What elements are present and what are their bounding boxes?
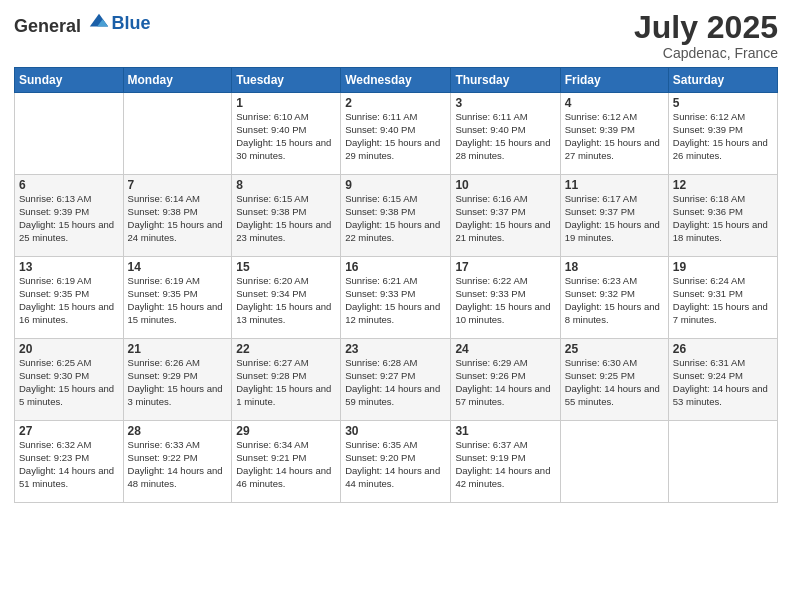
calendar-cell: 26Sunrise: 6:31 AMSunset: 9:24 PMDayligh… — [668, 339, 777, 421]
calendar-cell — [668, 421, 777, 503]
day-number: 15 — [236, 260, 336, 274]
calendar-cell: 21Sunrise: 6:26 AMSunset: 9:29 PMDayligh… — [123, 339, 232, 421]
day-info: Sunrise: 6:17 AMSunset: 9:37 PMDaylight:… — [565, 193, 664, 244]
day-info: Sunrise: 6:10 AMSunset: 9:40 PMDaylight:… — [236, 111, 336, 162]
day-number: 2 — [345, 96, 446, 110]
calendar-cell: 23Sunrise: 6:28 AMSunset: 9:27 PMDayligh… — [341, 339, 451, 421]
calendar-cell: 15Sunrise: 6:20 AMSunset: 9:34 PMDayligh… — [232, 257, 341, 339]
day-info: Sunrise: 6:33 AMSunset: 9:22 PMDaylight:… — [128, 439, 228, 490]
calendar-cell: 28Sunrise: 6:33 AMSunset: 9:22 PMDayligh… — [123, 421, 232, 503]
day-number: 27 — [19, 424, 119, 438]
day-number: 24 — [455, 342, 555, 356]
day-info: Sunrise: 6:11 AMSunset: 9:40 PMDaylight:… — [455, 111, 555, 162]
calendar-cell: 14Sunrise: 6:19 AMSunset: 9:35 PMDayligh… — [123, 257, 232, 339]
day-info: Sunrise: 6:18 AMSunset: 9:36 PMDaylight:… — [673, 193, 773, 244]
calendar-cell: 22Sunrise: 6:27 AMSunset: 9:28 PMDayligh… — [232, 339, 341, 421]
calendar-cell: 25Sunrise: 6:30 AMSunset: 9:25 PMDayligh… — [560, 339, 668, 421]
calendar-cell: 17Sunrise: 6:22 AMSunset: 9:33 PMDayligh… — [451, 257, 560, 339]
day-number: 28 — [128, 424, 228, 438]
day-info: Sunrise: 6:23 AMSunset: 9:32 PMDaylight:… — [565, 275, 664, 326]
day-info: Sunrise: 6:25 AMSunset: 9:30 PMDaylight:… — [19, 357, 119, 408]
day-info: Sunrise: 6:19 AMSunset: 9:35 PMDaylight:… — [128, 275, 228, 326]
calendar-table: Sunday Monday Tuesday Wednesday Thursday… — [14, 67, 778, 503]
header-tuesday: Tuesday — [232, 68, 341, 93]
day-number: 3 — [455, 96, 555, 110]
calendar-week-0: 1Sunrise: 6:10 AMSunset: 9:40 PMDaylight… — [15, 93, 778, 175]
calendar-cell: 29Sunrise: 6:34 AMSunset: 9:21 PMDayligh… — [232, 421, 341, 503]
calendar-cell — [15, 93, 124, 175]
logo-blue: Blue — [112, 13, 151, 33]
calendar-cell: 27Sunrise: 6:32 AMSunset: 9:23 PMDayligh… — [15, 421, 124, 503]
day-info: Sunrise: 6:15 AMSunset: 9:38 PMDaylight:… — [236, 193, 336, 244]
day-number: 5 — [673, 96, 773, 110]
day-info: Sunrise: 6:12 AMSunset: 9:39 PMDaylight:… — [673, 111, 773, 162]
day-number: 11 — [565, 178, 664, 192]
calendar-cell — [123, 93, 232, 175]
day-info: Sunrise: 6:32 AMSunset: 9:23 PMDaylight:… — [19, 439, 119, 490]
day-info: Sunrise: 6:31 AMSunset: 9:24 PMDaylight:… — [673, 357, 773, 408]
day-number: 6 — [19, 178, 119, 192]
calendar-cell: 7Sunrise: 6:14 AMSunset: 9:38 PMDaylight… — [123, 175, 232, 257]
title-block: July 2025 Capdenac, France — [634, 10, 778, 61]
calendar-week-4: 27Sunrise: 6:32 AMSunset: 9:23 PMDayligh… — [15, 421, 778, 503]
day-info: Sunrise: 6:20 AMSunset: 9:34 PMDaylight:… — [236, 275, 336, 326]
header-friday: Friday — [560, 68, 668, 93]
calendar-week-2: 13Sunrise: 6:19 AMSunset: 9:35 PMDayligh… — [15, 257, 778, 339]
day-number: 21 — [128, 342, 228, 356]
calendar-cell — [560, 421, 668, 503]
day-info: Sunrise: 6:24 AMSunset: 9:31 PMDaylight:… — [673, 275, 773, 326]
calendar-cell: 16Sunrise: 6:21 AMSunset: 9:33 PMDayligh… — [341, 257, 451, 339]
day-number: 31 — [455, 424, 555, 438]
day-number: 17 — [455, 260, 555, 274]
day-number: 20 — [19, 342, 119, 356]
day-info: Sunrise: 6:35 AMSunset: 9:20 PMDaylight:… — [345, 439, 446, 490]
calendar-cell: 5Sunrise: 6:12 AMSunset: 9:39 PMDaylight… — [668, 93, 777, 175]
calendar-cell: 9Sunrise: 6:15 AMSunset: 9:38 PMDaylight… — [341, 175, 451, 257]
header-thursday: Thursday — [451, 68, 560, 93]
calendar-cell: 3Sunrise: 6:11 AMSunset: 9:40 PMDaylight… — [451, 93, 560, 175]
day-info: Sunrise: 6:28 AMSunset: 9:27 PMDaylight:… — [345, 357, 446, 408]
day-info: Sunrise: 6:26 AMSunset: 9:29 PMDaylight:… — [128, 357, 228, 408]
day-info: Sunrise: 6:14 AMSunset: 9:38 PMDaylight:… — [128, 193, 228, 244]
day-info: Sunrise: 6:15 AMSunset: 9:38 PMDaylight:… — [345, 193, 446, 244]
day-number: 8 — [236, 178, 336, 192]
calendar-cell: 18Sunrise: 6:23 AMSunset: 9:32 PMDayligh… — [560, 257, 668, 339]
calendar-cell: 30Sunrise: 6:35 AMSunset: 9:20 PMDayligh… — [341, 421, 451, 503]
header-saturday: Saturday — [668, 68, 777, 93]
day-info: Sunrise: 6:22 AMSunset: 9:33 PMDaylight:… — [455, 275, 555, 326]
day-number: 1 — [236, 96, 336, 110]
page: General Blue July 2025 Capdenac, France … — [0, 0, 792, 612]
day-number: 25 — [565, 342, 664, 356]
calendar-week-1: 6Sunrise: 6:13 AMSunset: 9:39 PMDaylight… — [15, 175, 778, 257]
calendar-cell: 31Sunrise: 6:37 AMSunset: 9:19 PMDayligh… — [451, 421, 560, 503]
day-number: 10 — [455, 178, 555, 192]
day-info: Sunrise: 6:12 AMSunset: 9:39 PMDaylight:… — [565, 111, 664, 162]
day-number: 29 — [236, 424, 336, 438]
calendar-cell: 24Sunrise: 6:29 AMSunset: 9:26 PMDayligh… — [451, 339, 560, 421]
day-info: Sunrise: 6:19 AMSunset: 9:35 PMDaylight:… — [19, 275, 119, 326]
day-number: 4 — [565, 96, 664, 110]
day-info: Sunrise: 6:21 AMSunset: 9:33 PMDaylight:… — [345, 275, 446, 326]
day-number: 7 — [128, 178, 228, 192]
day-number: 16 — [345, 260, 446, 274]
day-number: 14 — [128, 260, 228, 274]
day-number: 9 — [345, 178, 446, 192]
day-info: Sunrise: 6:29 AMSunset: 9:26 PMDaylight:… — [455, 357, 555, 408]
calendar-cell: 13Sunrise: 6:19 AMSunset: 9:35 PMDayligh… — [15, 257, 124, 339]
day-number: 22 — [236, 342, 336, 356]
day-number: 18 — [565, 260, 664, 274]
day-info: Sunrise: 6:34 AMSunset: 9:21 PMDaylight:… — [236, 439, 336, 490]
logo: General Blue — [14, 10, 151, 37]
day-info: Sunrise: 6:27 AMSunset: 9:28 PMDaylight:… — [236, 357, 336, 408]
day-number: 12 — [673, 178, 773, 192]
calendar-cell: 11Sunrise: 6:17 AMSunset: 9:37 PMDayligh… — [560, 175, 668, 257]
calendar-cell: 19Sunrise: 6:24 AMSunset: 9:31 PMDayligh… — [668, 257, 777, 339]
day-info: Sunrise: 6:16 AMSunset: 9:37 PMDaylight:… — [455, 193, 555, 244]
day-info: Sunrise: 6:37 AMSunset: 9:19 PMDaylight:… — [455, 439, 555, 490]
day-number: 30 — [345, 424, 446, 438]
day-number: 23 — [345, 342, 446, 356]
logo-general: General — [14, 16, 81, 36]
calendar-week-3: 20Sunrise: 6:25 AMSunset: 9:30 PMDayligh… — [15, 339, 778, 421]
header: General Blue July 2025 Capdenac, France — [14, 10, 778, 61]
day-number: 13 — [19, 260, 119, 274]
